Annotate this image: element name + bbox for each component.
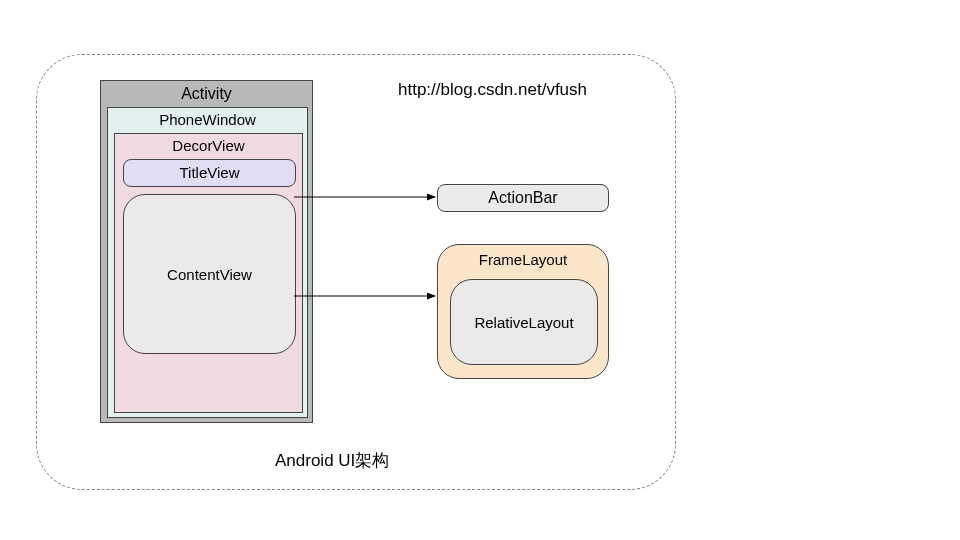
phonewindow-box: PhoneWindow DecorView TitleView ContentV… bbox=[107, 107, 308, 418]
framelayout-box: FrameLayout RelativeLayout bbox=[437, 244, 609, 379]
decorview-label: DecorView bbox=[115, 134, 302, 156]
relativelayout-box: RelativeLayout bbox=[450, 279, 598, 365]
contentview-box: ContentView bbox=[123, 194, 296, 354]
actionbar-box: ActionBar bbox=[437, 184, 609, 212]
diagram-caption: Android UI架构 bbox=[275, 449, 389, 472]
decorview-box: DecorView TitleView ContentView bbox=[114, 133, 303, 413]
framelayout-label: FrameLayout bbox=[438, 245, 608, 270]
activity-label: Activity bbox=[101, 81, 312, 105]
activity-box: Activity PhoneWindow DecorView TitleView… bbox=[100, 80, 313, 423]
source-url-text: http://blog.csdn.net/vfush bbox=[398, 80, 587, 100]
titleview-box: TitleView bbox=[123, 159, 296, 187]
phonewindow-label: PhoneWindow bbox=[108, 108, 307, 130]
